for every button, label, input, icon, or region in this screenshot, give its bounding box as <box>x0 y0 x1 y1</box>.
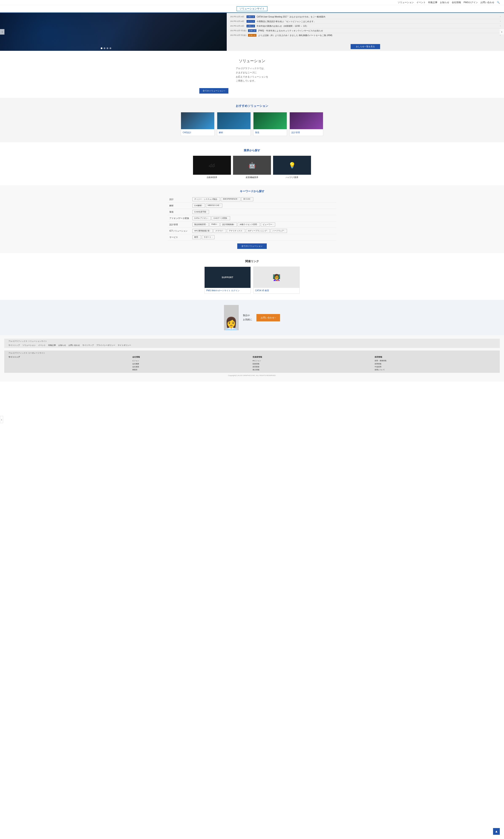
footer-col-link[interactable]: 株主情報 <box>253 369 371 371</box>
footer-col-link[interactable]: 財政情報 <box>253 362 371 365</box>
rec-card[interactable]: CAD設計 <box>181 112 215 136</box>
keyword-category-service: サービス <box>168 234 191 240</box>
keyword-tag[interactable]: FMEA <box>210 222 219 227</box>
keyword-tag[interactable]: 設計情報制御 <box>220 222 237 227</box>
slider-dot-2[interactable] <box>104 48 105 49</box>
footer-nav-link[interactable]: お知らせ <box>58 344 66 347</box>
footer: アルゴグラフィックス ソリューションサイト サイトトップ ソリューション イベン… <box>0 335 504 381</box>
keyword-tag[interactable]: CATIA アドオン <box>192 216 211 220</box>
footer-col-link[interactable]: 事業所 <box>132 369 249 371</box>
header-nav-news[interactable]: お知らせ <box>440 1 449 4</box>
keyword-tags-design: ディジー・システムズ製品 3DEXPERIENCE 3D CAD <box>192 197 335 201</box>
footer-nav-link[interactable]: 特集記事 <box>48 344 56 347</box>
hitech-image <box>273 156 311 175</box>
keyword-tag[interactable]: ディジー・システムズ製品 <box>192 197 220 201</box>
keyword-tag[interactable]: CADデータ変換 <box>212 216 230 220</box>
footer-col-link[interactable]: IRビジョン <box>253 359 371 362</box>
footer-nav-link[interactable]: サイトマップ <box>83 344 94 347</box>
keyword-table: 設計 ディジー・システムズ製品 3DEXPERIENCE 3D CAD 解析 <box>168 196 336 240</box>
footer-nav-link[interactable]: イベント <box>38 344 46 347</box>
hero-news-item[interactable]: 2017年12月14日 イベント 今期製品に製品設計者を結ぶ「セントビジョンこは… <box>230 19 501 24</box>
news-arrow-icon: › <box>500 20 501 22</box>
footer-corporate-grid: サイトトップ 会社情報 ビジョン 会社概要 会社更新 事業所 投資家情報 IRビ… <box>8 356 496 372</box>
recommended-cards: CAD設計 解析 製造 設計管理 <box>168 112 336 136</box>
keyword-title: キーワードから探す <box>168 190 336 193</box>
keyword-tag[interactable]: HPC運用最適計算 <box>192 229 213 233</box>
slider-arrow-left[interactable]: ‹ <box>0 29 4 35</box>
header-nav-features[interactable]: 特集記事 <box>428 1 437 4</box>
footer-corporate-section: アルゴグラフィックス コーポレートサイト サイトトップ 会社情報 ビジョン 会社… <box>4 351 500 373</box>
keyword-tag[interactable]: 教育 <box>192 235 201 239</box>
slider-dot-3[interactable] <box>107 48 108 49</box>
footer-col-link[interactable]: 採用・業務情報 <box>375 359 496 362</box>
industry-cards: 自動車業界 産業機械業界 ハイテク業界 <box>168 156 336 179</box>
recommended-title: おすすめソリューション <box>168 104 336 108</box>
keyword-tag[interactable]: 3D CAD <box>241 197 253 201</box>
header-nav-company[interactable]: 会社情報 <box>452 1 461 4</box>
keyword-all-solutions-button[interactable]: 全てのソリューション <box>237 244 267 249</box>
hero-news-item[interactable]: 2017年12月14日 お知らせ 年末年始の業務のお知らせ（休業期間：12/30… <box>230 24 501 29</box>
footer-col-link[interactable]: 採用について <box>375 369 496 371</box>
header-nav-event[interactable]: イベント <box>416 1 426 4</box>
hero-news-item[interactable]: 2017年12月7日(金) お知らせ [PMS]・年末年末によるセキュリティオン… <box>230 29 501 33</box>
keyword-tags-service: 教育 サポート <box>192 235 335 239</box>
hero-news-item[interactable]: 2017年12月7日(金) お知らせ よりよ記録（木）より以上のみ！きました 御… <box>230 33 501 37</box>
industry-card-automotive[interactable]: 自動車業界 <box>193 156 231 179</box>
footer-nav-link[interactable]: サイトトップ <box>8 344 20 347</box>
industry-card-machinery[interactable]: 産業機械業界 <box>233 156 271 179</box>
machinery-image <box>233 156 271 175</box>
keyword-category-ict: ICTソリューション <box>168 228 191 234</box>
keyword-tag[interactable]: アナリティクス <box>227 229 245 233</box>
footer-nav-link[interactable]: お問い合わせ <box>69 344 80 347</box>
industry-card-hitech[interactable]: ハイテク業界 <box>273 156 311 179</box>
footer-solutions-title: アルゴグラフィックス ソリューションサイト <box>8 340 496 343</box>
solutions-section: ソリューション アルゴグラフィックスでは、 さまざまなニーズに お応えできるソリ… <box>0 51 504 98</box>
rec-card-title: 解析 <box>219 131 223 133</box>
all-solutions-button[interactable]: 全てのソリューション <box>199 88 229 93</box>
footer-col-title: 投資家情報 <box>253 356 371 358</box>
footer-copyright: Copyright(C) ALGO GRAPHICS INC. ALL RIGH… <box>4 373 500 378</box>
footer-col-link[interactable]: 中途採用 <box>375 365 496 369</box>
keyword-tag[interactable]: 3DEXPERIENCE <box>221 197 240 201</box>
keyword-tag[interactable]: ビューワー <box>261 222 275 227</box>
keyword-tag[interactable]: 製品情報管理 <box>192 222 209 227</box>
footer-col-link[interactable]: 会社更新 <box>132 365 249 369</box>
slider-dot-4[interactable] <box>110 48 111 49</box>
header-nav-contact[interactable]: お問い合わせ <box>481 1 494 4</box>
keyword-tag[interactable]: クラウド <box>213 229 226 233</box>
search-icon[interactable]: 🔍 <box>497 1 500 4</box>
header-nav-pms-login[interactable]: PMSログイン <box>464 1 478 4</box>
rec-card-title: 製造 <box>255 131 259 133</box>
hero-news-item[interactable]: 2017年12月14日 お知らせ CATIA User Group Meetin… <box>230 15 501 19</box>
header-nav-solutions[interactable]: ソリューション <box>398 1 414 4</box>
cta-section: 製品や お気軽に お問い合わせ <box>0 300 504 335</box>
rec-card[interactable]: 解析 <box>217 112 251 136</box>
related-card-pms[interactable]: SUPPORT PMS Webサポートサイト ログイン <box>204 267 251 293</box>
footer-nav-link[interactable]: ソリューション <box>22 344 36 347</box>
footer-col-link[interactable]: 経営更新 <box>253 365 371 369</box>
cta-contact-button[interactable]: お問い合わせ <box>256 314 280 321</box>
news-category: お知らせ <box>247 15 255 18</box>
keyword-tag[interactable]: AIディープランニング <box>246 229 270 233</box>
footer-col-link[interactable]: ビジョン <box>132 359 249 362</box>
keyword-tag[interactable]: JK動ライセンス管理 <box>238 222 260 227</box>
keyword-tag[interactable]: ハードウェア <box>271 229 287 233</box>
hero-more-button[interactable]: おしらせ一覧を見る <box>350 44 380 49</box>
rec-card[interactable]: 製造 <box>253 112 287 136</box>
footer-nav-link[interactable]: プライバシーポリシー <box>96 344 115 347</box>
keyword-tag[interactable]: CAE解析 <box>192 203 205 208</box>
keyword-tag[interactable]: サポート <box>202 235 215 239</box>
slider-arrow-right[interactable]: › <box>500 29 504 35</box>
footer-nav-link[interactable]: サイトポリシー <box>118 344 131 347</box>
keyword-tag[interactable]: MBD/1D CAE <box>206 203 222 208</box>
footer-col-link[interactable]: 採用情報 <box>375 362 496 365</box>
slider-dot-1[interactable] <box>101 48 103 49</box>
related-card-catia[interactable]: CATIA V5 教育 <box>253 267 300 293</box>
rec-card-title: CAD設計 <box>183 131 191 133</box>
hero-image <box>0 13 227 51</box>
industry-label: ハイテク業界 <box>273 176 311 179</box>
rec-card[interactable]: 設計管理 <box>289 112 323 136</box>
footer-col-link[interactable]: 会社概要 <box>132 362 249 365</box>
keyword-tag[interactable]: CAM生産手順 <box>192 210 209 214</box>
keyword-row-design-mgmt: 設計管理 製品情報管理 FMEA 設計情報制御 JK動ライセンス管理 ビューワー <box>168 221 336 228</box>
